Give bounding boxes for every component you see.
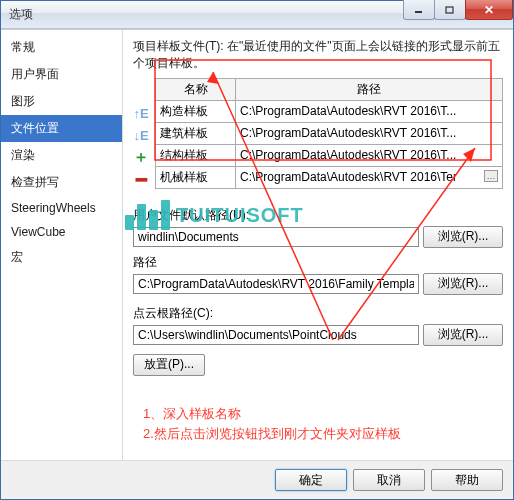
- minimize-button[interactable]: [403, 0, 435, 20]
- cancel-button[interactable]: 取消: [353, 469, 425, 491]
- main-panel: 项目样板文件(T): 在"最近使用的文件"页面上会以链接的形式显示前五个项目样板…: [123, 30, 513, 460]
- sidebar-item-ui[interactable]: 用户界面: [1, 61, 122, 88]
- user-files-input[interactable]: [133, 227, 419, 247]
- sidebar-item-general[interactable]: 常规: [1, 34, 122, 61]
- close-button[interactable]: ✕: [465, 0, 513, 20]
- table-row[interactable]: 机械样板 C:\ProgramData\Autodesk\RVT 2016\Te…: [156, 166, 503, 188]
- remove-row-icon[interactable]: ━: [133, 172, 149, 188]
- svg-rect-1: [446, 7, 453, 13]
- family-input[interactable]: [133, 274, 419, 294]
- sidebar-item-spellcheck[interactable]: 检查拼写: [1, 169, 122, 196]
- sidebar-item-macros[interactable]: 宏: [1, 244, 122, 271]
- annotation-text: 1、深入样板名称 2.然后点击浏览按钮找到刚才文件夹对应样板: [133, 404, 503, 446]
- sidebar-item-viewcube[interactable]: ViewCube: [1, 220, 122, 244]
- family-label: 路径: [133, 254, 503, 271]
- add-row-icon[interactable]: ＋: [133, 150, 149, 166]
- maximize-button[interactable]: [434, 0, 466, 20]
- move-down-icon[interactable]: ↓E: [133, 128, 149, 144]
- options-dialog: 选项 ✕ 常规 用户界面 图形 文件位置 渲染 检查拼写 SteeringWhe…: [0, 0, 514, 500]
- window-controls: ✕: [404, 0, 513, 20]
- col-path: 路径: [236, 78, 503, 100]
- template-description: 项目样板文件(T): 在"最近使用的文件"页面上会以链接的形式显示前五个项目样板…: [133, 38, 503, 72]
- place-button[interactable]: 放置(P)...: [133, 354, 205, 376]
- sidebar-item-file-locations[interactable]: 文件位置: [1, 115, 122, 142]
- dialog-footer: 确定 取消 帮助: [1, 460, 513, 499]
- template-table-area: ↑E ↓E ＋ ━ 名称 路径 构造样板: [133, 78, 503, 189]
- table-row[interactable]: 构造样板 C:\ProgramData\Autodesk\RVT 2016\T.…: [156, 100, 503, 122]
- table-tools: ↑E ↓E ＋ ━: [133, 78, 151, 188]
- help-button[interactable]: 帮助: [431, 469, 503, 491]
- table-row[interactable]: 建筑样板 C:\ProgramData\Autodesk\RVT 2016\T.…: [156, 122, 503, 144]
- sidebar-item-render[interactable]: 渲染: [1, 142, 122, 169]
- col-name: 名称: [156, 78, 236, 100]
- sidebar: 常规 用户界面 图形 文件位置 渲染 检查拼写 SteeringWheels V…: [1, 30, 123, 460]
- content: 常规 用户界面 图形 文件位置 渲染 检查拼写 SteeringWheels V…: [1, 29, 513, 460]
- user-files-section: 用户文件默认路径(U): 浏览(R)...: [133, 207, 503, 248]
- user-files-label: 用户文件默认路径(U):: [133, 207, 503, 224]
- browse-button[interactable]: 浏览(R)...: [423, 226, 503, 248]
- table-row[interactable]: 结构样板 C:\ProgramData\Autodesk\RVT 2016\T.…: [156, 144, 503, 166]
- sidebar-item-graphics[interactable]: 图形: [1, 88, 122, 115]
- ok-button[interactable]: 确定: [275, 469, 347, 491]
- browse-button[interactable]: 浏览(R)...: [423, 273, 503, 295]
- titlebar: 选项 ✕: [1, 1, 513, 29]
- browse-button[interactable]: 浏览(R)...: [423, 324, 503, 346]
- pointcloud-input[interactable]: [133, 325, 419, 345]
- pointcloud-section: 点云根路径(C): 浏览(R)...: [133, 305, 503, 346]
- cell-browse-icon[interactable]: …: [484, 170, 498, 182]
- move-up-icon[interactable]: ↑E: [133, 106, 149, 122]
- template-table[interactable]: 名称 路径 构造样板 C:\ProgramData\Autodesk\RVT 2…: [155, 78, 503, 189]
- sidebar-item-steeringwheels[interactable]: SteeringWheels: [1, 196, 122, 220]
- family-templates-section: 路径 浏览(R)...: [133, 254, 503, 295]
- window-title: 选项: [9, 6, 33, 23]
- pointcloud-label: 点云根路径(C):: [133, 305, 503, 322]
